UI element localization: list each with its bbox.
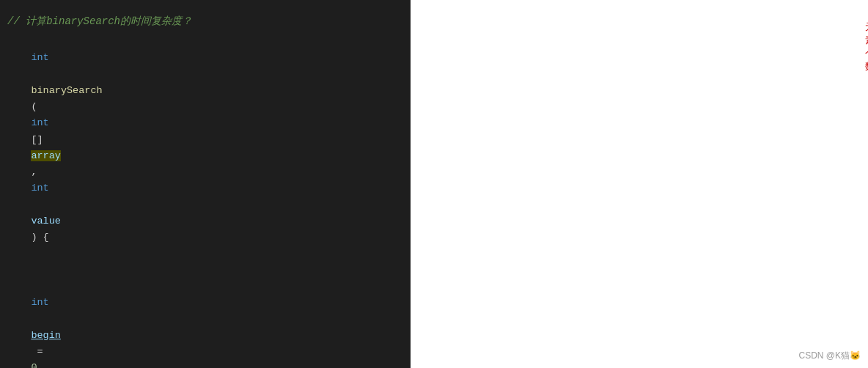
code-panel: // 计算binarySearch的时间复杂度？ int binarySearc… xyxy=(0,0,411,368)
space2 xyxy=(31,199,37,210)
code-line-1: int binarySearch ( int [] array , int va… xyxy=(7,34,403,262)
keyword-int2: int xyxy=(31,117,48,128)
paren-close: ) { xyxy=(31,232,48,243)
comma: , xyxy=(31,166,43,177)
bracket: [] xyxy=(31,134,48,145)
keyword-int3: int xyxy=(31,183,48,194)
param-value: value xyxy=(31,216,61,227)
space xyxy=(31,69,37,80)
kw-int-begin: int xyxy=(31,297,48,308)
code-comment: // 计算binarySearch的时间复杂度？ xyxy=(7,15,403,28)
code-line-2: int begin = 0 ; xyxy=(7,262,403,368)
var-begin: begin xyxy=(31,330,61,341)
annotation-panel: n a 元素个数 次数 a代表次数 2 2 4 3 8 4 规律 2^(a-1)… xyxy=(418,0,868,368)
function-name: binarySearch xyxy=(31,85,102,96)
watermark: CSDN @K猫🐱 xyxy=(798,350,861,362)
paren-open: ( xyxy=(31,101,37,112)
num-0: 0 xyxy=(31,362,37,368)
col-n-label: 元素个数 xyxy=(865,21,868,73)
keyword-int: int xyxy=(31,52,48,63)
param-array: array xyxy=(31,150,61,161)
